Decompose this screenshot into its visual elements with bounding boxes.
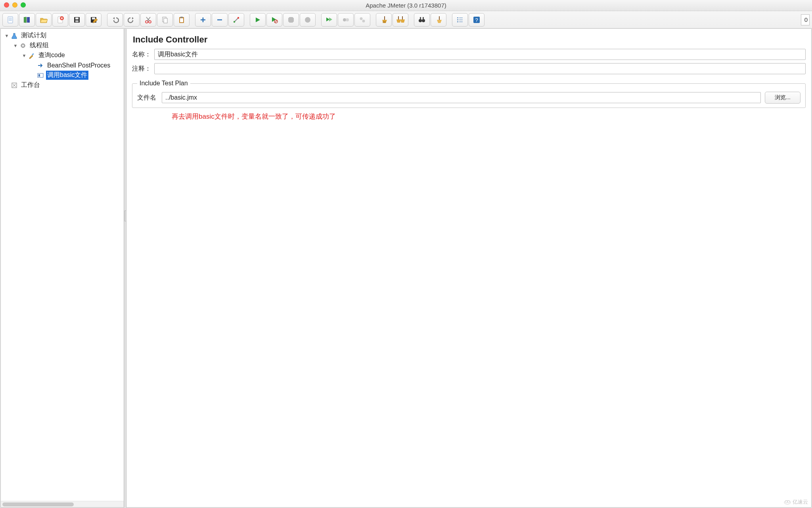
svg-point-37	[419, 19, 422, 22]
shutdown-icon	[304, 16, 311, 23]
file-input[interactable]	[162, 92, 761, 103]
svg-rect-19	[180, 18, 183, 22]
editor-pane: Include Controller 名称： 注释： Include Test …	[126, 29, 812, 508]
svg-point-38	[422, 19, 425, 22]
tree-label: BeanShell PostProces	[46, 62, 111, 69]
save-button[interactable]	[69, 13, 85, 27]
remote-stop-button[interactable]	[338, 13, 354, 27]
body: ▼ 测试计划 ▼ 线程组 ▼ 查询code BeanShell PostProc…	[0, 29, 812, 508]
gear-icon	[19, 42, 27, 49]
collapse-button[interactable]	[212, 13, 228, 27]
svg-rect-5	[27, 17, 30, 23]
svg-rect-20	[180, 17, 183, 18]
remote-start-button[interactable]	[321, 13, 337, 27]
chevron-down-icon[interactable]: ▼	[21, 53, 27, 58]
plus-icon	[200, 17, 206, 23]
function-helper-button[interactable]	[452, 13, 468, 27]
open-button[interactable]	[36, 13, 52, 27]
tree-label: 工作台	[20, 81, 41, 90]
broom-all-icon	[396, 16, 405, 24]
play-icon	[255, 17, 261, 23]
arrow-right-icon	[36, 62, 44, 69]
stop-button[interactable]	[283, 13, 299, 27]
svg-rect-35	[398, 16, 399, 19]
remote-shutdown-icon	[359, 16, 366, 23]
new-button[interactable]	[2, 13, 18, 27]
reset-search-button[interactable]	[431, 13, 446, 27]
chevron-down-icon[interactable]: ▼	[4, 33, 10, 38]
watermark: 亿速云	[784, 498, 808, 506]
browse-button[interactable]: 浏览...	[765, 92, 801, 104]
watermark-text: 亿速云	[793, 498, 808, 506]
play-no-pause-icon	[271, 16, 278, 23]
svg-rect-40	[423, 17, 424, 19]
minus-icon	[216, 17, 223, 23]
close-button[interactable]	[52, 13, 68, 27]
svg-point-51	[22, 45, 24, 46]
save-icon	[73, 16, 81, 24]
clear-button[interactable]	[376, 13, 392, 27]
search-button[interactable]	[414, 13, 430, 27]
start-button[interactable]	[250, 13, 266, 27]
svg-rect-2	[9, 19, 12, 19]
svg-text:?: ?	[475, 17, 478, 23]
tree-pane: ▼ 测试计划 ▼ 线程组 ▼ 查询code BeanShell PostProc…	[0, 29, 124, 508]
svg-marker-24	[272, 17, 276, 22]
tree-node-workbench[interactable]: 工作台	[1, 80, 124, 90]
svg-rect-43	[459, 17, 463, 18]
undo-icon	[111, 16, 119, 24]
svg-rect-41	[439, 16, 440, 20]
binoculars-icon	[418, 16, 426, 24]
name-input[interactable]	[154, 49, 806, 60]
cut-button[interactable]	[140, 13, 156, 27]
save-as-button[interactable]	[86, 13, 102, 27]
file-icon	[6, 16, 14, 24]
shutdown-button[interactable]	[300, 13, 316, 27]
paste-button[interactable]	[174, 13, 190, 27]
copy-button[interactable]	[157, 13, 173, 27]
expand-button[interactable]	[195, 13, 211, 27]
svg-rect-1	[9, 18, 12, 18]
file-row: 文件名 浏览...	[137, 92, 801, 104]
remote-shutdown-button[interactable]	[354, 13, 370, 27]
clear-all-button[interactable]	[393, 13, 408, 27]
tree-node-threadgroup[interactable]: ▼ 线程组	[1, 40, 124, 50]
tree[interactable]: ▼ 测试计划 ▼ 线程组 ▼ 查询code BeanShell PostProc…	[1, 29, 124, 501]
tree-horizontal-scrollbar[interactable]	[1, 501, 124, 507]
toolbar: ? 0	[0, 11, 812, 29]
tree-node-include[interactable]: 调用basic文件	[1, 70, 124, 80]
svg-point-32	[360, 17, 363, 20]
document-close-icon	[56, 16, 64, 24]
templates-button[interactable]	[19, 13, 35, 27]
help-button[interactable]: ?	[469, 13, 485, 27]
tree-node-query[interactable]: ▼ 查询code	[1, 50, 124, 60]
tree-node-beanshell[interactable]: BeanShell PostProces	[1, 60, 124, 70]
tree-label: 线程组	[29, 41, 50, 50]
tree-node-testplan[interactable]: ▼ 测试计划	[1, 31, 124, 40]
undo-button[interactable]	[107, 13, 123, 27]
svg-rect-11	[75, 20, 79, 22]
scrollbar-thumb[interactable]	[2, 502, 74, 506]
redo-icon	[128, 16, 136, 24]
maximize-window-button[interactable]	[21, 2, 26, 8]
templates-icon	[23, 16, 31, 24]
toggle-button[interactable]	[228, 13, 244, 27]
minimize-window-button[interactable]	[12, 2, 17, 8]
dropper-icon	[28, 52, 36, 59]
svg-marker-23	[256, 17, 260, 22]
svg-point-33	[362, 19, 365, 22]
svg-point-21	[234, 21, 235, 22]
thread-counter: 0	[801, 14, 810, 25]
tree-label: 查询code	[37, 51, 66, 60]
titlebar: Apache JMeter (3.0 r1743807)	[0, 0, 812, 11]
close-window-button[interactable]	[4, 2, 9, 8]
cloud-icon	[784, 500, 791, 504]
svg-rect-46	[457, 21, 458, 22]
svg-point-30	[343, 18, 346, 21]
comment-input[interactable]	[154, 63, 806, 74]
redo-button[interactable]	[124, 13, 140, 27]
start-no-timers-button[interactable]	[266, 13, 282, 27]
clipboard-icon	[178, 16, 186, 24]
include-controller-icon	[36, 72, 44, 79]
chevron-down-icon[interactable]: ▼	[13, 43, 18, 48]
